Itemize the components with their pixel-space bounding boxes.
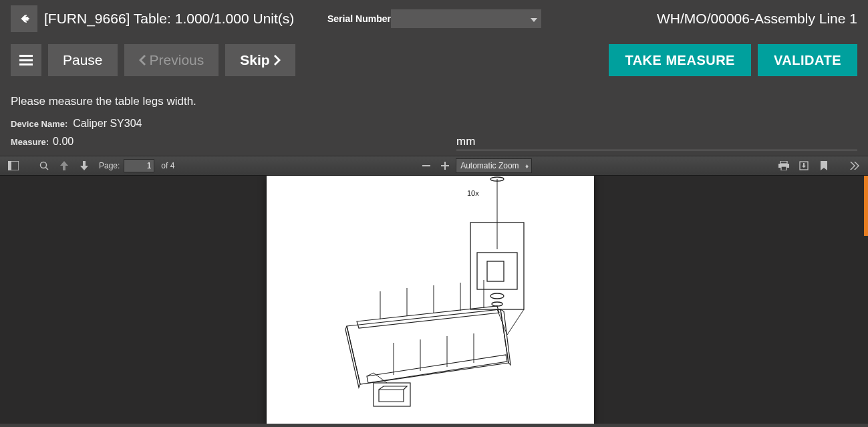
zoom-in-button[interactable] (437, 158, 453, 174)
bookmark-button[interactable] (816, 158, 832, 174)
hamburger-icon (19, 55, 33, 65)
page-label: Page: (99, 161, 120, 170)
scroll-indicator (864, 176, 868, 236)
page-number-input[interactable] (124, 159, 154, 172)
menu-button[interactable] (11, 44, 41, 76)
previous-button[interactable]: Previous (124, 44, 219, 76)
svg-point-28 (490, 293, 504, 299)
chevrons-right-icon (850, 162, 859, 170)
svg-rect-10 (780, 161, 787, 164)
take-measure-button[interactable]: TAKE MEASURE (609, 44, 751, 76)
serial-number-select[interactable] (391, 9, 541, 28)
svg-point-5 (41, 162, 47, 168)
action-bar: Pause Previous Skip TAKE MEASURE VALIDAT… (0, 37, 868, 83)
validate-label: VALIDATE (774, 53, 841, 68)
arrow-up-icon (60, 161, 68, 170)
sidebar-toggle-button[interactable] (5, 158, 21, 174)
take-measure-label: TAKE MEASURE (625, 53, 735, 68)
svg-rect-24 (477, 253, 517, 289)
device-name-row: Device Name: Caliper SY304 (0, 115, 868, 132)
page-down-button[interactable] (76, 158, 92, 174)
zoom-select-wrap: Automatic Zoom ♦ (456, 158, 532, 173)
previous-label: Previous (150, 52, 204, 68)
svg-rect-25 (487, 261, 504, 281)
chevron-left-icon (139, 55, 146, 65)
plus-icon (441, 162, 449, 170)
svg-rect-2 (19, 63, 33, 65)
serial-number-select-wrap (391, 9, 541, 28)
svg-line-6 (46, 168, 49, 170)
search-icon (39, 161, 49, 170)
title-bar: [FURN_9666] Table: 1.000/1.000 Unit(s) S… (0, 0, 868, 37)
pause-label: Pause (63, 52, 103, 68)
pdf-viewer[interactable]: 10x (0, 176, 868, 424)
page-of-label: of 4 (161, 161, 174, 170)
zoom-out-button[interactable] (418, 158, 434, 174)
svg-rect-9 (444, 162, 446, 170)
device-name-value: Caliper SY304 (73, 118, 142, 130)
serial-number-label: Serial Number: (327, 13, 394, 24)
minus-icon (422, 162, 430, 170)
tools-button[interactable] (847, 158, 863, 174)
pdf-toolbar: Page: of 4 Automatic Zoom ♦ (0, 156, 868, 176)
find-button[interactable] (36, 158, 52, 174)
skip-label: Skip (240, 52, 269, 68)
device-name-label: Device Name: (11, 119, 67, 129)
pdf-page: 10x (267, 176, 594, 424)
svg-rect-7 (422, 165, 430, 166)
assembly-drawing: 10x (267, 176, 594, 424)
validate-button[interactable]: VALIDATE (758, 44, 857, 76)
svg-rect-4 (8, 161, 11, 170)
chevron-right-icon (274, 55, 281, 65)
arrow-down-icon (80, 161, 88, 170)
assembly-line-label: WH/MO/00006-Assembly Line 1 (657, 11, 857, 27)
drawing-annotation: 10x (467, 189, 479, 197)
print-icon (778, 161, 789, 170)
product-title: [FURN_9666] Table: 1.000/1.000 Unit(s) (44, 11, 294, 27)
svg-rect-12 (781, 166, 786, 170)
svg-rect-0 (19, 55, 33, 57)
zoom-select[interactable]: Automatic Zoom (456, 158, 532, 173)
svg-rect-1 (19, 59, 33, 61)
download-icon (799, 161, 809, 170)
back-button[interactable] (11, 5, 37, 32)
page-up-button[interactable] (56, 158, 72, 174)
bookmark-icon (821, 161, 827, 170)
arrow-left-icon (19, 13, 29, 24)
measure-value: 0.00 (53, 136, 74, 148)
measure-label: Measure: (11, 137, 49, 147)
skip-button[interactable]: Skip (225, 44, 295, 76)
svg-point-29 (492, 302, 502, 306)
measure-row: Measure: 0.00 mm (0, 132, 868, 156)
sidebar-icon (8, 161, 19, 170)
measure-unit-field[interactable]: mm (456, 134, 857, 150)
download-button[interactable] (796, 158, 812, 174)
pause-button[interactable]: Pause (48, 44, 118, 76)
instruction-text: Please measure the table legs width. (0, 83, 868, 115)
print-button[interactable] (776, 158, 792, 174)
